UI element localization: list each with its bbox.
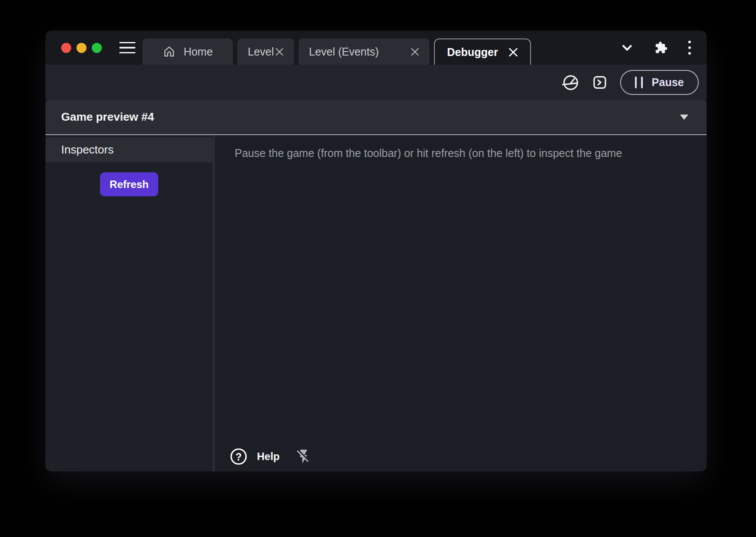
close-icon[interactable] bbox=[411, 48, 419, 56]
home-icon bbox=[163, 45, 176, 58]
zoom-window-button[interactable] bbox=[92, 43, 102, 53]
game-preview-header[interactable]: Game preview #4 bbox=[45, 100, 707, 135]
window-controls bbox=[61, 43, 102, 53]
inspector-content-panel: Pause the game (from the toolbar) or hit… bbox=[215, 135, 707, 471]
question-mark-glyph: ? bbox=[236, 451, 242, 463]
hamburger-menu-icon[interactable] bbox=[119, 42, 135, 54]
help-button[interactable]: ? Help bbox=[230, 448, 280, 465]
tab-level[interactable]: Level bbox=[237, 38, 294, 65]
extensions-puzzle-icon[interactable] bbox=[655, 41, 668, 54]
tab-home[interactable]: Home bbox=[142, 38, 233, 65]
tab-level-events[interactable]: Level (Events) bbox=[298, 38, 430, 65]
app-window: Home Level Level (Events) bbox=[45, 31, 707, 471]
triangle-down-icon[interactable] bbox=[680, 115, 688, 120]
tab-debugger[interactable]: Debugger bbox=[434, 38, 531, 65]
inspectors-header: Inspectors bbox=[45, 137, 213, 162]
pause-button-label: Pause bbox=[652, 76, 684, 89]
kebab-menu-icon[interactable] bbox=[688, 41, 691, 55]
tab-label: Home bbox=[184, 45, 213, 58]
debugger-body: Inspectors Refresh Pause the game (from … bbox=[45, 135, 707, 471]
close-icon[interactable] bbox=[275, 48, 284, 56]
console-icon[interactable] bbox=[593, 75, 607, 90]
inspectors-sidebar: Inspectors Refresh bbox=[45, 135, 213, 471]
titlebar: Home Level Level (Events) bbox=[45, 31, 707, 65]
tab-label: Level bbox=[248, 45, 274, 58]
close-window-button[interactable] bbox=[61, 43, 71, 53]
flash-off-icon[interactable] bbox=[295, 448, 312, 465]
titlebar-right-actions bbox=[620, 41, 707, 55]
pause-button[interactable]: Pause bbox=[620, 70, 699, 95]
refresh-button[interactable]: Refresh bbox=[100, 172, 158, 196]
pause-icon bbox=[635, 77, 643, 88]
chevron-down-icon[interactable] bbox=[620, 41, 634, 55]
tab-label: Debugger bbox=[447, 46, 498, 59]
close-icon[interactable] bbox=[509, 48, 518, 57]
tab-label: Level (Events) bbox=[309, 45, 379, 58]
game-preview-title: Game preview #4 bbox=[61, 110, 154, 124]
inspectors-header-label: Inspectors bbox=[61, 143, 114, 157]
minimize-window-button[interactable] bbox=[76, 43, 87, 53]
inspector-hint-message: Pause the game (from the toolbar) or hit… bbox=[215, 135, 707, 160]
help-button-label: Help bbox=[257, 450, 280, 463]
help-circle-icon: ? bbox=[230, 448, 247, 465]
footer-actions: ? Help bbox=[215, 448, 707, 471]
debugger-toolbar: Pause bbox=[45, 65, 707, 100]
profiler-gauge-icon[interactable] bbox=[562, 73, 579, 91]
tab-strip: Home Level Level (Events) bbox=[142, 38, 531, 65]
empty-area bbox=[215, 160, 707, 448]
